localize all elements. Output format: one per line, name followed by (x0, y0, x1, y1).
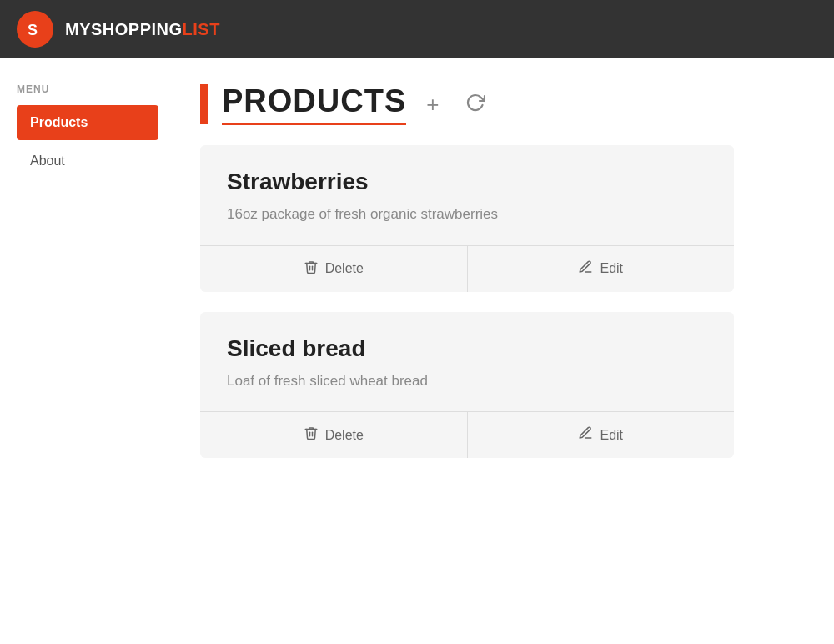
title-accent-bar (200, 84, 208, 124)
edit-strawberries-label: Edit (600, 261, 623, 276)
trash-svg (304, 259, 319, 274)
product-desc-strawberries: 16oz package of fresh organic strawberri… (227, 204, 707, 225)
product-name-strawberries: Strawberries (227, 169, 707, 195)
edit-icon (578, 259, 593, 279)
refresh-button[interactable] (459, 89, 492, 119)
delete-sliced-bread-button[interactable]: Delete (200, 412, 467, 458)
menu-label: MENU (17, 83, 158, 95)
edit-strawberries-button[interactable]: Edit (467, 246, 735, 292)
layout: MENU Products About PRODUCTS + Strawberr… (0, 58, 834, 483)
delete-strawberries-button[interactable]: Delete (200, 246, 467, 292)
logo-icon: S (17, 11, 53, 48)
product-info-sliced-bread: Sliced bread Loaf of fresh sliced wheat … (200, 312, 734, 412)
trash-icon-bread (304, 425, 319, 445)
card-actions-strawberries: Delete Edit (200, 245, 734, 292)
page-title: PRODUCTS (222, 83, 406, 125)
product-card-strawberries: Strawberries 16oz package of fresh organ… (200, 145, 734, 292)
edit-svg (578, 259, 593, 274)
header: S MYSHOPPINGLIST (0, 0, 834, 58)
edit-sliced-bread-label: Edit (600, 428, 623, 443)
delete-sliced-bread-label: Delete (325, 428, 364, 443)
trash-icon (304, 259, 319, 279)
edit-sliced-bread-button[interactable]: Edit (467, 412, 735, 458)
svg-text:S: S (28, 22, 38, 38)
delete-strawberries-label: Delete (325, 261, 364, 276)
page-title-row: PRODUCTS + (200, 83, 809, 125)
sidebar: MENU Products About (0, 83, 175, 458)
main-content: PRODUCTS + Strawberries 16oz package of … (175, 83, 834, 458)
card-actions-sliced-bread: Delete Edit (200, 411, 734, 458)
product-desc-sliced-bread: Loaf of fresh sliced wheat bread (227, 370, 707, 392)
brand-name: MYSHOPPINGLIST (65, 20, 220, 39)
product-name-sliced-bread: Sliced bread (227, 335, 707, 362)
product-card-sliced-bread: Sliced bread Loaf of fresh sliced wheat … (200, 312, 734, 459)
product-info-strawberries: Strawberries 16oz package of fresh organ… (200, 145, 734, 245)
sidebar-item-about[interactable]: About (17, 143, 158, 179)
edit-icon-bread (578, 425, 593, 445)
refresh-icon (465, 93, 485, 113)
add-product-button[interactable]: + (420, 90, 445, 118)
sidebar-item-products[interactable]: Products (17, 105, 158, 140)
